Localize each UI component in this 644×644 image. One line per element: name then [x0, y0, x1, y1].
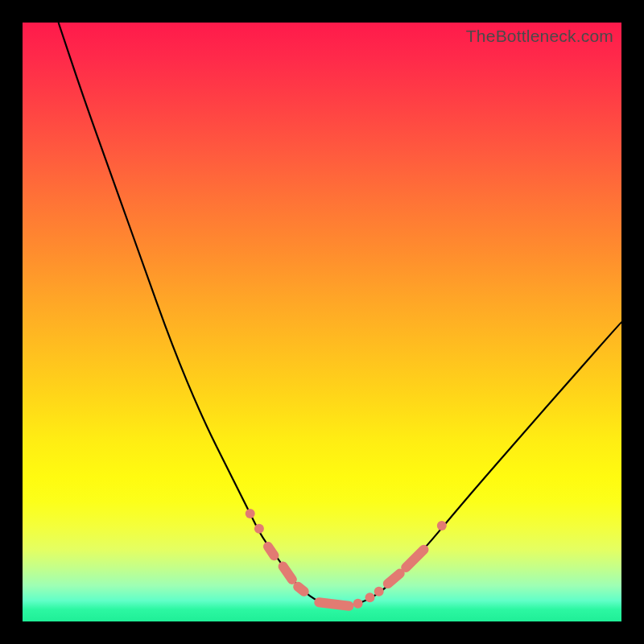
marker-dot: [353, 599, 363, 609]
marker-segment: [283, 567, 292, 580]
plot-gradient-area: TheBottleneck.com: [23, 23, 621, 621]
marker-segment: [298, 587, 304, 592]
marker-segment: [388, 574, 400, 584]
marker-dot: [365, 592, 375, 602]
marker-group: [246, 509, 447, 609]
marker-segment: [406, 550, 423, 568]
marker-dot: [246, 509, 255, 518]
marker-segment: [319, 602, 349, 606]
marker-segment: [268, 547, 275, 555]
marker-dot: [254, 524, 264, 534]
watermark-text: TheBottleneck.com: [466, 27, 613, 46]
bottleneck-curve: [59, 23, 621, 606]
curve-svg: [23, 23, 621, 621]
marker-dot: [374, 587, 384, 597]
chart-frame: TheBottleneck.com: [0, 0, 644, 644]
marker-dot: [437, 521, 447, 530]
